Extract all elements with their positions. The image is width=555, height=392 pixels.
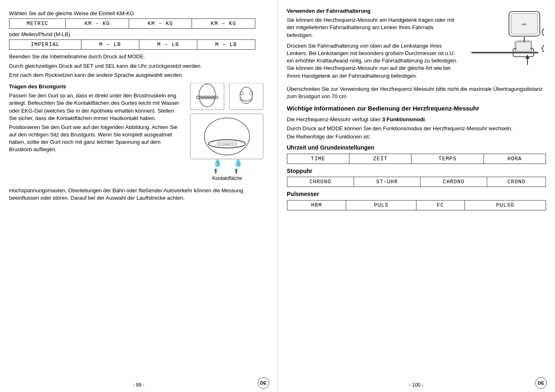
metric-cell: KM – KG [129,19,192,29]
intro-dot: . [425,116,426,122]
svg-point-1 [199,84,215,107]
uhrzeit-cell: HORA [483,154,546,164]
imperial-table: IMPERIALM – LBM – LBM – LB [9,39,255,50]
pulsmesser-cell: HRM [287,200,346,210]
metric-table: METRICKM – KGKM – KGKM – KG [9,18,255,29]
mode-text-1: Beenden Sie die Inbetriebnahme durch Dru… [9,53,268,60]
stoppuhr-cell: CHRONO [287,177,354,187]
de-badge-right: DE [535,377,547,389]
svg-text:HR: HR [522,23,527,26]
imperial-cell: M – LB [81,40,139,50]
bottom-warning-text: Hochspannungsmasten, Oberleitungen der B… [9,187,268,202]
pulsmesser-table: HRMPULSFCPULSO [287,200,546,210]
de-badge-left: DE [258,377,269,389]
mode-text-2: Durch gleichzeitigen Druck auf SET und S… [9,62,268,70]
bold-text: 3 Funktionsmodi [382,116,425,122]
svg-text:💧: 💧 [234,158,243,167]
brustgurt-para1: Passen Sie den Gurt so an, dass er direk… [9,92,183,122]
uhrzeit-cell: ZEIT [349,154,411,164]
svg-text:❬: ❬ [540,44,546,53]
pulsmesser-section: Pulsmesser HRMPULSFCPULSO [287,190,546,210]
imperial-subheading: oder Meilen/Pfund (M-LB) [9,31,268,38]
stoppuhr-cell: ST–UHR [354,177,420,187]
metric-cell: METRIC [9,19,66,29]
pulsmesser-cell: FC [416,200,465,210]
stoppuhr-table: CHRONOST–UHRCHRONOCRONO [287,177,546,187]
pulsmesser-cell: PULS [346,200,416,210]
fahrrad-para2: Drücken Sie Fahrradhalterung von oben au… [287,42,460,80]
stoppuhr-title: Stoppuhr [287,167,546,175]
svg-text:⬆: ⬆ [234,168,239,173]
metric-cell: KM – KG [192,19,255,29]
page-number-left: - 99 - [133,382,144,388]
svg-text:❬: ❬ [540,28,546,36]
wichtige-heading: Wichtige Informationen zur Bedienung der… [287,104,546,113]
mode-text-3: Erst nach dem Rücksetzen kann die andere… [9,71,268,79]
uhrzeit-section: Uhrzeit und Grundeinstellungen TIMEZEITT… [287,144,546,164]
metric-cell: KM – KG [66,19,129,29]
mode-change-text: Durch Druck auf MODE können Sie den Funk… [287,125,546,132]
svg-point-9 [204,118,250,155]
imperial-cell: M – LB [139,40,197,50]
fahrrad-text: Verwenden der Fahrradhalterung Sie könne… [287,7,460,81]
brustgurt-text: Tragen des Brustgurts Passen Sie den Gur… [9,83,183,184]
right-page: Verwenden der Fahrradhalterung Sie könne… [278,0,555,392]
chest-strap-svg: Ervit 💧 💧 ⬆ ⬆ [188,83,266,173]
uhrzeit-table: TIMEZEITTEMPSHORA [287,154,546,164]
bike-mount-svg: HR ❬ ❬ [464,7,546,73]
funktionsmodi-text: Die Herzfrequenz-Messuhr verfügt über 3 … [287,116,546,123]
pulsmesser-title: Pulsmesser [287,190,546,198]
fahrrad-section: Verwenden der Fahrradhalterung Sie könne… [287,7,546,81]
svg-text:Ervit: Ervit [225,143,229,145]
svg-rect-8 [190,114,263,159]
imperial-cell: IMPERIAL [9,40,81,50]
reihenfolge-text: Die Reihenfolge der Funktionen ist: [287,133,546,141]
fahrrad-title: Verwenden der Fahrradhalterung [287,7,460,15]
fahrrad-illustration: HR ❬ ❬ [464,7,546,81]
uhrzeit-cell: TIME [287,154,349,164]
svg-text:⬆: ⬆ [213,168,218,173]
stoppuhr-cell: CRONO [487,177,546,187]
brustgurt-para2: Positionieren Sie den Gurt wie auf der f… [9,124,183,154]
pulsmesser-cell: PULSO [465,200,546,210]
brustgurt-title: Tragen des Brustgurts [9,83,183,90]
svg-rect-25 [516,42,530,51]
km-kg-heading-text: Wählen Sie auf die gleiche Weise die Ein… [9,10,268,17]
svg-text:💧: 💧 [213,158,222,167]
wichtige-section: Wichtige Informationen zur Bedienung der… [287,104,546,141]
stoppuhr-section: Stoppuhr CHRONOST–UHRCHRONOCRONO [287,167,546,187]
uhrzeit-cell: TEMPS [412,154,483,164]
fahrrad-para3: Überschreiten Sie zur Verwendung der Her… [287,85,546,100]
kontakt-label: Kontaktfläche [212,175,242,182]
intro-text: Die Herzfrequenz-Messuhr verfügt über [287,116,382,122]
mode-text-block: Beenden Sie die Inbetriebnahme durch Dru… [9,53,268,79]
stoppuhr-cell: CHRONO [420,177,487,187]
page-number-right: - 100 - [409,382,423,388]
brustgurt-section: Tragen des Brustgurts Passen Sie den Gur… [9,83,268,184]
left-page: // Will be rendered below Wählen Sie auf… [0,0,278,392]
uhrzeit-title: Uhrzeit und Grundeinstellungen [287,144,546,152]
imperial-cell: M – LB [197,40,255,50]
fahrrad-para1: Sie können die Herzfrequenz-Messuhr am H… [287,16,460,39]
brustgurt-illustration: Ervit 💧 💧 ⬆ ⬆ Kontaktfläche [186,83,268,184]
bottom-warning: Hochspannungsmasten, Oberleitungen der B… [9,187,268,202]
